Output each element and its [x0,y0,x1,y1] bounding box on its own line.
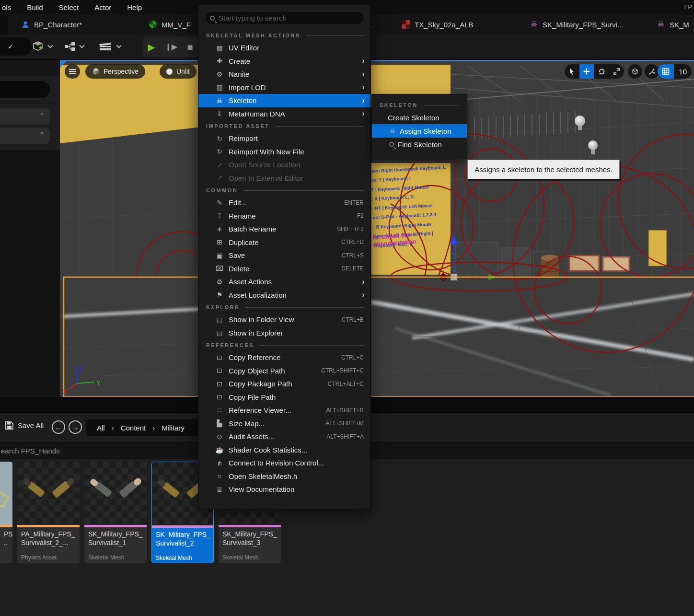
menu-item-reimport-with-new-file[interactable]: ↻Reimport With New File [198,145,370,159]
menu-item-show-in-explorer[interactable]: ▤Show in Explorer [198,326,370,340]
asset-type-label: Skeletal Mesh [222,554,258,561]
menu-item-create[interactable]: ✚Create› [198,55,370,68]
menu-item-shader-cook-statistics[interactable]: ☕Shader Cook Statistics... [198,443,370,457]
menu-item-uv-editor[interactable]: ▦UV Editor [198,41,370,55]
menu-item-import-lod[interactable]: ▥Import LOD› [198,81,370,94]
coordinate-system-button[interactable] [628,64,642,79]
move-tool-button[interactable] [579,64,594,79]
menu-item-edit[interactable]: ✎Edit...ENTER [198,196,370,209]
stop-icon[interactable]: ■ [187,42,193,52]
menu-item-open-source-location[interactable]: ↗Open Source Location [198,158,370,172]
frame-skip-icon[interactable]: ❙▶ [165,43,177,51]
menubar-item-build[interactable]: Build [27,3,43,12]
menu-item-batch-rename[interactable]: ∗Batch RenameSHIFT+F2 [198,222,370,236]
uv-editor-icon: ▦ [215,44,224,52]
rotate-tool-button[interactable] [594,64,609,79]
menu-item-label: Create [229,57,250,65]
metahuman-dna-icon: ⇓ [215,110,224,117]
save-all-button[interactable]: Save All [5,421,44,430]
tab-sk-military-fps-survi[interactable]: ☠SK_Military_FPS_Survi... [530,14,623,35]
menu-search-field[interactable] [205,11,364,25]
menubar-item-ols[interactable]: ols [2,3,11,12]
breadcrumb-item-all[interactable]: All [97,424,105,432]
menu-item-copy-object-path[interactable]: ⊡Copy Object PathCTRL+SHIFT+C [198,364,370,378]
menu-search-input[interactable] [219,14,348,22]
menu-item-save[interactable]: ▣SaveCTRL+S [198,249,370,262]
menu-item-copy-reference[interactable]: ⊡Copy ReferenceCTRL+C [198,351,370,364]
grid-snap-value[interactable]: 10 [674,68,692,76]
submenu-item-assign-skeleton[interactable]: ☠Assign Skeleton [372,124,467,138]
list-item[interactable]: ⠿ [0,108,50,125]
menu-item-open-in-external-editor[interactable]: ↗Open In External Editor [198,172,370,185]
menu-item-copy-package-path[interactable]: ⊡Copy Package PathCTRL+ALT+C [198,377,370,391]
back-button[interactable]: ← [52,420,65,434]
menu-item-copy-file-path[interactable]: ⊡Copy File Path [198,391,370,404]
menubar-right-label: FP [684,3,692,11]
open-external-editor-icon: ↗ [215,174,224,182]
play-icon[interactable]: ▶ [148,42,155,52]
find-skeleton-icon [389,142,394,147]
submenu-item-find-skeleton[interactable]: Find Skeleton [372,138,467,151]
snap-rotation-button[interactable] [645,64,659,79]
menu-item-reimport[interactable]: ↻Reimport [198,132,370,145]
select-tool-button[interactable] [565,64,579,79]
breadcrumb-item-military[interactable]: Military [162,424,185,432]
breadcrumb-item-content[interactable]: Content [121,424,146,432]
asset-tile-sk-military-fps-survivalist-1[interactable]: SK_Military_FPS_Survivalist_1Skeletal Me… [84,462,147,563]
blueprints-button[interactable] [64,38,84,55]
platforms-button[interactable]: ✓ [0,37,32,56]
menu-item-rename[interactable]: ⌶RenameF2 [198,209,370,223]
menubar-item-actor[interactable]: Actor [94,3,111,12]
menu-item-metahuman-dna[interactable]: ⇓MetaHuman DNA› [198,107,370,121]
grid-snap-toggle[interactable] [658,64,674,79]
asset-name-line1: SK_Military_FPS_ [156,530,209,539]
asset-type-label: Skeletal Mesh [88,554,124,561]
menu-item-asset-localization[interactable]: ⚑Asset Localization› [198,289,370,302]
viewport-perspective-button[interactable]: Perspective [85,64,145,79]
tab-corner [0,14,8,35]
tab-sk-m[interactable]: ☠SK_M [657,14,689,35]
menu-item-size-map[interactable]: ▙Size Map...ALT+SHIFT+M [198,417,370,430]
add-actor-button[interactable] [32,38,52,55]
copy-file-path-icon: ⊡ [215,393,224,401]
menu-item-shortcut: SHIFT+F2 [337,226,364,232]
forward-button[interactable]: → [69,420,82,434]
asset-localization-icon: ⚑ [215,291,224,299]
submenu-item-label: Create Skeleton [388,114,440,122]
menu-item-asset-actions[interactable]: ⚙Asset Actions› [198,275,370,289]
asset-tile-pa-military-fps-survivalist-2[interactable]: PA_Military_FPS_Survivalist_2_...Physics… [17,462,80,563]
import-lod-icon: ▥ [215,83,224,91]
menu-item-delete[interactable]: ⌧DeleteDELETE [198,262,370,276]
search-input[interactable]: earch FPS_Hands [1,447,60,455]
menu-item-show-in-folder-view[interactable]: ▤Show in Folder ViewCTRL+B [198,313,370,326]
cinematics-button[interactable] [97,38,121,55]
menu-item-skeleton[interactable]: ☠Skeleton› [198,94,370,107]
viewport-lit-button[interactable]: Unlit [160,64,197,79]
viewport-options-button[interactable] [65,64,80,79]
chevron-down-icon [47,43,53,48]
left-panel-search[interactable] [0,81,50,98]
menu-item-reference-viewer[interactable]: ∷Reference Viewer...ALT+SHIFT+R [198,404,370,417]
batch-rename-icon: ∗ [215,225,224,233]
menu-item-open-skeletalmesh-h[interactable]: ⌗Open SkeletalMesh.h [198,470,370,483]
menu-item-view-documentation[interactable]: ≣View Documentation [198,483,370,496]
grid-snap-control[interactable]: 10 [658,64,692,79]
chevron-down-icon [79,43,84,48]
tab-tx-sky-02a-alb[interactable]: TX_Sky_02a_ALB [402,14,474,35]
menu-item-duplicate[interactable]: ⊞DuplicateCTRL+D [198,236,370,249]
menu-item-label: Open In External Editor [229,174,303,182]
scale-tool-button[interactable] [609,64,624,79]
menubar-item-select[interactable]: Select [59,3,79,12]
menu-item-audit-assets[interactable]: ⊙Audit Assets...ALT+SHIFT+A [198,430,370,443]
asset-label: PS_.. [0,527,12,563]
menu-item-connect-to-revision-control[interactable]: ⋔Connect to Revision Control... [198,456,370,470]
tab-mm-v-f[interactable]: MM_V_F [149,14,191,35]
chevron-right-icon: › [362,290,365,300]
menu-item-nanite[interactable]: ⚙Nanite› [198,68,370,81]
menubar-item-help[interactable]: Help [127,3,142,12]
asset-tile-ps[interactable]: PS_.. [0,462,12,563]
save-icon [5,421,14,430]
tab-bp-character[interactable]: BP_Character* [21,14,82,35]
submenu-item-create-skeleton[interactable]: Create Skeleton [372,111,467,124]
list-item[interactable]: ⠿ [0,128,50,144]
